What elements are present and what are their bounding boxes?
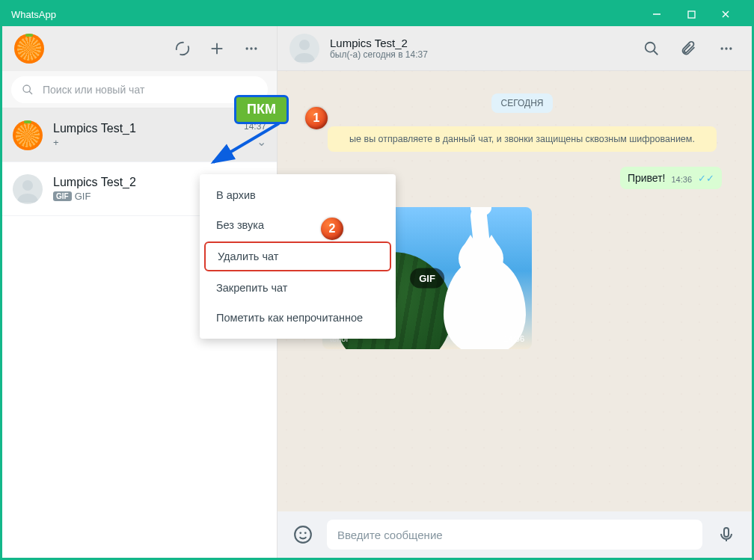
svg-point-14 xyxy=(646,42,655,52)
svg-point-10 xyxy=(23,85,30,92)
status-icon[interactable] xyxy=(169,35,196,62)
window-title: WhatsApp xyxy=(11,9,640,20)
emoji-icon[interactable] xyxy=(289,521,316,548)
contact-name: Lumpics Test_2 xyxy=(330,37,428,49)
chat-avatar xyxy=(13,174,43,204)
app-body: Lumpics Test_1 + 14:37 ⌄ Lumpics Test_2 xyxy=(2,26,752,558)
attach-icon[interactable] xyxy=(675,35,702,62)
svg-rect-1 xyxy=(688,11,695,18)
ctx-mute[interactable]: Без звука xyxy=(200,210,396,240)
app-window: WhatsApp xyxy=(0,0,754,560)
ctx-mark-unread[interactable]: Пометить как непрочитанное xyxy=(200,303,396,333)
ctx-archive[interactable]: В архив xyxy=(200,180,396,210)
svg-line-23 xyxy=(213,123,279,162)
svg-point-13 xyxy=(299,40,310,50)
contact-avatar[interactable] xyxy=(289,34,319,64)
svg-rect-22 xyxy=(724,528,729,537)
annotation-badge-2: 2 xyxy=(321,218,343,240)
chat-menu-icon[interactable] xyxy=(713,35,740,62)
annotation-arrow xyxy=(204,117,294,177)
minimize-button[interactable] xyxy=(640,2,674,26)
title-bar: WhatsApp xyxy=(2,2,752,26)
contact-status: был(-а) сегодня в 14:37 xyxy=(330,49,428,60)
svg-point-17 xyxy=(725,47,727,49)
svg-line-15 xyxy=(654,50,658,55)
chat-header: Lumpics Test_2 был(-а) сегодня в 14:37 xyxy=(278,26,752,71)
message-composer xyxy=(278,511,752,558)
search-box[interactable] xyxy=(11,76,268,103)
annotation-badge-1: 1 xyxy=(305,107,328,129)
svg-point-21 xyxy=(304,532,307,534)
svg-point-19 xyxy=(295,526,311,543)
search-input[interactable] xyxy=(43,84,257,96)
svg-point-12 xyxy=(22,180,33,191)
chat-avatar xyxy=(13,120,43,150)
svg-point-7 xyxy=(246,47,248,49)
read-ticks-icon: ✓✓ xyxy=(698,173,714,184)
profile-avatar[interactable] xyxy=(14,34,44,64)
maximize-button[interactable] xyxy=(674,2,708,26)
voice-icon[interactable] xyxy=(713,521,740,548)
message-time: 14:36 xyxy=(503,334,524,343)
outgoing-message[interactable]: Привет! 14:36 ✓✓ xyxy=(620,167,722,189)
svg-point-16 xyxy=(721,47,723,49)
svg-line-11 xyxy=(29,91,32,94)
svg-point-8 xyxy=(250,47,252,49)
chat-search-icon[interactable] xyxy=(638,35,665,62)
ctx-delete-chat[interactable]: Удалить чат xyxy=(204,241,391,271)
svg-point-9 xyxy=(254,47,257,49)
sidebar-header xyxy=(2,26,277,71)
encryption-notice: ые вы отправляете в данный чат, и звонки… xyxy=(328,126,717,152)
message-input[interactable] xyxy=(327,520,702,550)
context-menu: В архив Без звука Удалить чат Закрепить … xyxy=(200,174,396,339)
contact-info[interactable]: Lumpics Test_2 был(-а) сегодня в 14:37 xyxy=(330,37,428,60)
close-button[interactable] xyxy=(708,2,743,26)
new-chat-icon[interactable] xyxy=(203,35,230,62)
gif-play-label[interactable]: GIF xyxy=(410,268,444,289)
svg-point-18 xyxy=(729,47,732,49)
message-text: Привет! xyxy=(628,172,666,184)
svg-point-20 xyxy=(299,532,301,534)
date-separator: СЕГОДНЯ xyxy=(491,93,552,113)
annotation-rmb-label: ПКМ xyxy=(234,95,289,124)
search-icon xyxy=(22,84,34,96)
menu-icon[interactable] xyxy=(238,35,265,62)
ctx-pin[interactable]: Закрепить чат xyxy=(200,273,396,303)
message-time: 14:36 xyxy=(671,175,692,184)
gif-badge: GIF xyxy=(53,191,72,201)
svg-point-4 xyxy=(177,43,189,55)
